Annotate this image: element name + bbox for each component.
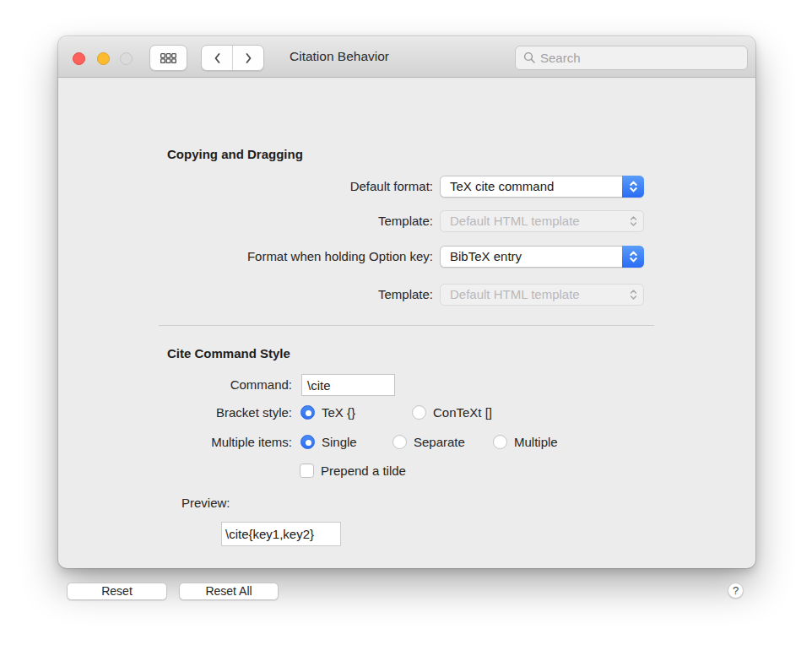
section-divider xyxy=(159,325,654,326)
close-button[interactable] xyxy=(73,52,85,65)
minimize-button[interactable] xyxy=(97,52,110,65)
back-forward-control xyxy=(201,45,264,71)
template-popup-1: Default HTML template xyxy=(440,210,644,232)
command-label: Command: xyxy=(58,374,292,396)
grid-icon xyxy=(160,53,176,63)
preferences-content: Copying and Dragging Default format: TeX… xyxy=(58,78,755,568)
search-icon xyxy=(523,51,536,64)
radio-unselected-icon[interactable] xyxy=(412,405,426,420)
preview-label: Preview: xyxy=(181,496,230,510)
popup-chevrons-icon xyxy=(629,214,638,228)
radio-selected-icon[interactable] xyxy=(300,405,315,420)
radio-option-context[interactable]: ConTeXt [] xyxy=(412,405,492,420)
search-input[interactable] xyxy=(540,51,726,65)
radio-label: ConTeXt [] xyxy=(433,405,492,420)
section-header-copying: Copying and Dragging xyxy=(167,147,303,161)
default-format-popup[interactable]: TeX cite command xyxy=(440,176,644,198)
popup-value: Default HTML template xyxy=(450,214,580,228)
section-header-cite-style: Cite Command Style xyxy=(167,346,290,360)
command-input[interactable] xyxy=(301,374,395,396)
checkbox-label: Prepend a tilde xyxy=(321,463,406,478)
radio-option-separate[interactable]: Separate xyxy=(392,435,465,449)
radio-label: TeX {} xyxy=(322,405,355,420)
search-field[interactable] xyxy=(515,46,748,70)
checkbox-unchecked-icon[interactable] xyxy=(300,463,314,478)
show-all-button[interactable] xyxy=(149,45,187,71)
bracket-style-label: Bracket style: xyxy=(58,405,292,420)
radio-unselected-icon[interactable] xyxy=(392,435,407,449)
popup-chevrons-icon xyxy=(622,176,644,198)
help-button[interactable]: ? xyxy=(728,583,744,599)
radio-option-multiple[interactable]: Multiple xyxy=(493,435,558,449)
default-format-label: Default format: xyxy=(58,176,433,198)
title-bar[interactable]: Citation Behavior xyxy=(58,36,755,78)
template-label-1: Template: xyxy=(58,210,433,232)
chevron-left-icon xyxy=(214,52,221,64)
radio-option-single[interactable]: Single xyxy=(300,435,357,449)
radio-selected-icon[interactable] xyxy=(300,435,315,449)
preferences-window: Citation Behavior Copying and Dragging D… xyxy=(58,36,755,568)
reset-all-button[interactable]: Reset All xyxy=(179,583,279,600)
template-label-2: Template: xyxy=(58,284,433,306)
radio-label: Single xyxy=(322,435,357,449)
back-button[interactable] xyxy=(202,46,233,70)
radio-unselected-icon[interactable] xyxy=(493,435,507,449)
radio-option-tex[interactable]: TeX {} xyxy=(300,405,355,420)
option-format-popup[interactable]: BibTeX entry xyxy=(440,246,644,268)
popup-value: TeX cite command xyxy=(450,179,554,193)
chevron-right-icon xyxy=(245,52,252,64)
screenshot-stage: Citation Behavior Copying and Dragging D… xyxy=(0,0,812,645)
forward-button[interactable] xyxy=(233,46,263,70)
zoom-button-disabled xyxy=(120,52,133,65)
window-title: Citation Behavior xyxy=(290,36,389,78)
popup-chevrons-icon xyxy=(622,246,644,268)
popup-value: Default HTML template xyxy=(450,287,580,301)
reset-button[interactable]: Reset xyxy=(67,583,167,600)
popup-value: BibTeX entry xyxy=(450,249,522,263)
radio-label: Separate xyxy=(414,435,465,449)
option-format-label: Format when holding Option key: xyxy=(58,246,433,268)
radio-label: Multiple xyxy=(514,435,558,449)
preview-value: \cite{key1,key2} xyxy=(221,522,341,546)
multiple-items-label: Multiple items: xyxy=(58,435,292,449)
template-popup-2: Default HTML template xyxy=(440,284,644,306)
popup-chevrons-icon xyxy=(629,288,638,301)
prepend-tilde-option[interactable]: Prepend a tilde xyxy=(300,463,406,478)
